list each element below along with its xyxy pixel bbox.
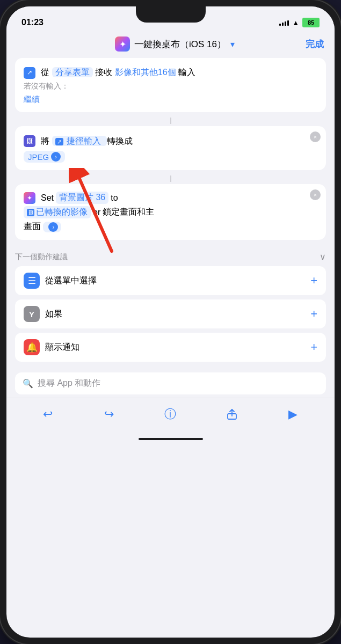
set-text: Set xyxy=(41,193,54,203)
undo-button[interactable]: ↩ xyxy=(37,404,59,425)
suggestion-item-1[interactable]: ☰ 從選單中選擇 + xyxy=(15,266,326,295)
share-icon xyxy=(226,408,238,420)
info-button[interactable]: ⓘ xyxy=(159,404,181,425)
signal-bar-4 xyxy=(287,20,289,26)
suggestions-header: 下一個動作建議 ∨ xyxy=(15,245,326,266)
location-text: 鎖定畫面和主 xyxy=(103,207,154,218)
suggestion-1-icon: ☰ xyxy=(24,273,40,289)
set-close-btn[interactable]: × xyxy=(310,189,321,200)
suggestion-3-icon: 🔔 xyxy=(24,339,40,355)
or-text: or xyxy=(93,208,100,217)
card2-convert-text: 轉換成 xyxy=(107,136,133,145)
card2-input-label[interactable]: ↗ 捷徑輸入 xyxy=(52,136,107,146)
convert-card: × 🖼 將 ↗ 捷徑輸入 轉換成 JPEG › xyxy=(15,126,326,171)
set-card-line3: 畫面 › xyxy=(24,219,317,232)
home-indicator xyxy=(139,438,203,440)
bottom-toolbar: ↩ ↪ ⓘ ▶ xyxy=(6,398,335,436)
signal-bar-2 xyxy=(282,23,284,26)
card1-receive-text: 接收 xyxy=(95,68,114,77)
location-chevron-icon[interactable]: › xyxy=(48,222,58,232)
card1-from-text: 從 xyxy=(41,68,52,77)
card1-share-label[interactable]: 分享表單 xyxy=(52,67,93,77)
main-content: ↗ 從 分享表單 接收 影像和其他16個 輸入 若沒有輸入： 繼續 × 🖼 將 xyxy=(6,58,335,398)
convert-icon: 🖼 xyxy=(24,135,35,147)
card1-input-text: 輸入 xyxy=(178,68,195,77)
bg-label-pill[interactable]: 背景圖片 36 xyxy=(56,192,108,204)
suggestions-chevron-icon[interactable]: ∨ xyxy=(320,252,326,262)
suggestions-title: 下一個動作建議 xyxy=(15,252,68,262)
to-text: to xyxy=(111,193,118,203)
card1-continue-btn[interactable]: 繼續 xyxy=(24,94,317,105)
location-chevron-pill[interactable]: › xyxy=(43,222,61,232)
suggestion-2-icon: Y xyxy=(24,306,40,322)
signal-bar-3 xyxy=(285,21,286,26)
suggestion-2-label: 如果 xyxy=(45,309,62,320)
convert-close-btn[interactable]: × xyxy=(310,131,321,142)
suggestion-item-2[interactable]: Y 如果 + xyxy=(15,299,326,328)
play-button[interactable]: ▶ xyxy=(282,404,304,425)
image-pill-icon: 🖼 xyxy=(27,209,34,216)
signal-bar-1 xyxy=(279,24,281,26)
location-text-2: 畫面 xyxy=(24,222,43,231)
suggestion-3-left: 🔔 顯示通知 xyxy=(24,339,79,355)
phone-screen: 01:23 ▲ 85 ✦ 一鍵換桌布（iOS 16） ▾ 完成 xyxy=(6,6,335,638)
signal-bars xyxy=(279,19,289,26)
suggestion-1-label: 從選單中選擇 xyxy=(45,275,97,287)
card2-format-pill[interactable]: JPEG › xyxy=(24,151,65,163)
set-card-line2: 🖼 已轉換的影像 or 鎖定畫面和主 xyxy=(24,206,317,218)
suggestion-1-left: ☰ 從選單中選擇 xyxy=(24,273,97,289)
suggestion-3-label: 顯示通知 xyxy=(45,342,79,353)
set-wallpaper-card: × ✦ Set 背景圖片 36 to 🖼 已轉換的影像 or 鎖定畫面和主 xyxy=(15,184,326,240)
converted-image-pill[interactable]: 🖼 已轉換的影像 xyxy=(24,206,91,218)
nav-title: 一鍵換桌布（iOS 16） xyxy=(134,38,226,50)
nav-chevron-icon[interactable]: ▾ xyxy=(230,39,235,49)
share-icon: ↗ xyxy=(24,67,35,79)
jpeg-chevron-icon[interactable]: › xyxy=(51,152,61,162)
suggestion-3-plus[interactable]: + xyxy=(310,340,317,354)
battery-icon: 85 xyxy=(302,18,320,27)
wallpaper-icon: ✦ xyxy=(24,192,35,204)
phone-frame: 01:23 ▲ 85 ✦ 一鍵換桌布（iOS 16） ▾ 完成 xyxy=(0,0,341,644)
nav-title-area: ✦ 一鍵換桌布（iOS 16） ▾ xyxy=(115,36,235,52)
notch xyxy=(136,6,206,23)
suggestion-1-plus[interactable]: + xyxy=(310,274,317,288)
wifi-icon: ▲ xyxy=(292,19,299,27)
suggestion-item-3[interactable]: 🔔 顯示通知 + xyxy=(15,333,326,362)
card1-rest-text: 影像和其他16個 xyxy=(115,68,178,77)
shortcuts-app-icon: ✦ xyxy=(115,36,130,52)
search-section: 🔍 搜尋 App 和動作 xyxy=(15,366,326,398)
connector-1 xyxy=(170,118,171,124)
card1-no-input-label: 若沒有輸入： xyxy=(24,82,317,91)
receive-input-card: ↗ 從 分享表單 接收 影像和其他16個 輸入 若沒有輸入： 繼續 xyxy=(15,58,326,112)
set-card-line1: ✦ Set 背景圖片 36 to xyxy=(24,192,317,204)
suggestion-2-left: Y 如果 xyxy=(24,306,62,322)
search-bar[interactable]: 🔍 搜尋 App 和動作 xyxy=(15,372,326,394)
status-time: 01:23 xyxy=(21,18,43,27)
nav-done-button[interactable]: 完成 xyxy=(306,38,324,50)
card2-convert-prefix: 將 xyxy=(41,136,52,145)
search-icon: 🔍 xyxy=(23,378,33,389)
status-icons: ▲ 85 xyxy=(279,18,320,27)
share-button[interactable] xyxy=(221,404,243,425)
suggestion-2-plus[interactable]: + xyxy=(310,307,317,321)
nav-bar: ✦ 一鍵換桌布（iOS 16） ▾ 完成 xyxy=(6,32,335,58)
search-placeholder: 搜尋 App 和動作 xyxy=(38,378,100,389)
connector-2 xyxy=(170,175,171,182)
redo-button[interactable]: ↪ xyxy=(98,404,120,425)
